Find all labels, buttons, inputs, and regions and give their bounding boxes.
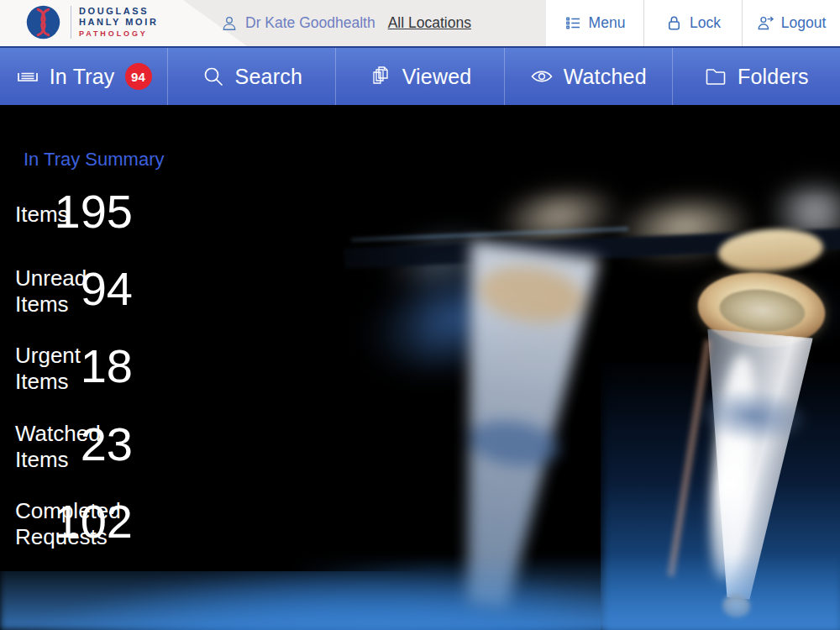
- logo: DOUGLASS HANLY MOIR PATHOLOGY: [25, 4, 158, 40]
- logo-line-1: DOUGLASS: [79, 6, 158, 17]
- stat-label: Watched Items: [15, 421, 101, 473]
- stat-label: Unread Items: [15, 265, 87, 318]
- tab-search[interactable]: Search: [167, 48, 335, 105]
- search-icon: [202, 65, 225, 88]
- lock-button[interactable]: Lock: [643, 0, 742, 46]
- main-content: In Tray Summary 195 Items 94 Unread Item…: [0, 105, 840, 630]
- lock-icon: [665, 14, 683, 32]
- header-actions: Menu Lock Logout: [546, 0, 840, 46]
- user-name: Dr Kate Goodhealth: [245, 14, 375, 32]
- logo-line-3: PATHOLOGY: [79, 29, 158, 39]
- tab-viewed[interactable]: Viewed: [335, 48, 503, 105]
- logo-line-2: HANLY MOIR: [79, 17, 158, 28]
- folder-icon: [704, 65, 727, 88]
- in-tray-summary: In Tray Summary 195 Items 94 Unread Item…: [0, 105, 840, 630]
- all-locations-link[interactable]: All Locations: [388, 14, 471, 32]
- main-nav: In Tray 94 Search Viewed Watched: [0, 46, 840, 105]
- tray-icon: [16, 65, 39, 88]
- eye-icon: [530, 65, 554, 88]
- tab-folders[interactable]: Folders: [672, 48, 840, 105]
- tab-label: In Tray: [50, 65, 115, 89]
- user-area: Dr Kate Goodhealth All Locations: [221, 0, 471, 46]
- documents-icon: [369, 65, 392, 88]
- stat-label: Completed Requests: [15, 498, 121, 550]
- logo-text: DOUGLASS HANLY MOIR PATHOLOGY: [71, 6, 158, 39]
- person-icon: [221, 15, 238, 32]
- in-tray-badge: 94: [125, 63, 152, 90]
- dna-logo-icon: [25, 4, 61, 40]
- lock-label: Lock: [690, 14, 721, 32]
- tab-label: Search: [235, 65, 302, 89]
- tab-in-tray[interactable]: In Tray 94: [0, 48, 167, 105]
- logout-icon: [757, 14, 774, 32]
- menu-button[interactable]: Menu: [546, 0, 643, 46]
- tab-label: Watched: [564, 65, 647, 89]
- page-title: In Tray Summary: [24, 149, 164, 171]
- stat-label: Urgent Items: [15, 343, 81, 395]
- tab-label: Viewed: [402, 65, 472, 89]
- tab-label: Folders: [738, 65, 809, 89]
- menu-list-icon: [564, 14, 582, 32]
- stat-label: Items: [15, 202, 69, 228]
- top-header: DOUGLASS HANLY MOIR PATHOLOGY Dr Kate Go…: [0, 0, 840, 46]
- pathology-app: DOUGLASS HANLY MOIR PATHOLOGY Dr Kate Go…: [0, 0, 840, 630]
- menu-label: Menu: [589, 14, 626, 32]
- logout-button[interactable]: Logout: [742, 0, 840, 46]
- tab-watched[interactable]: Watched: [504, 48, 672, 105]
- logout-label: Logout: [781, 14, 827, 32]
